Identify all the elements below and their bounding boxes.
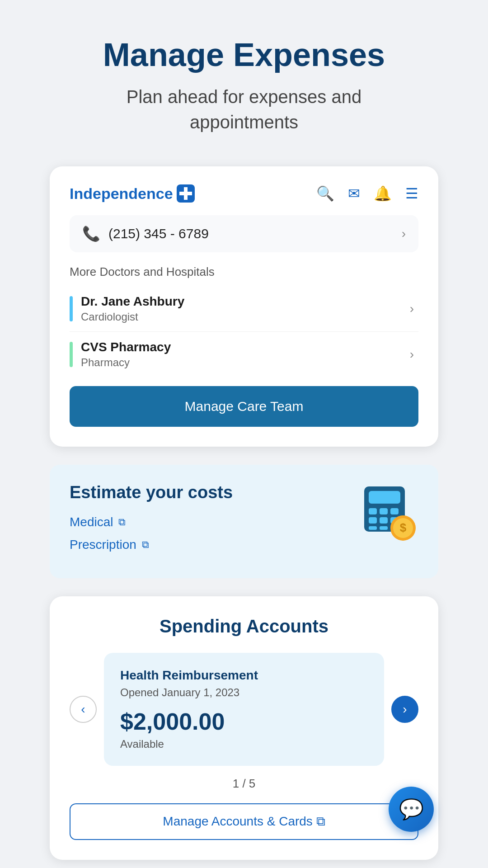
svg-rect-4 <box>369 491 400 504</box>
pagination: 1 / 5 <box>70 777 418 791</box>
svg-text:$: $ <box>400 521 407 534</box>
svg-rect-12 <box>380 526 388 530</box>
bell-icon[interactable]: 🔔 <box>374 185 392 202</box>
svg-rect-2 <box>179 192 192 195</box>
account-opened: Opened January 1, 2023 <box>120 686 368 699</box>
estimate-title: Estimate your costs <box>70 483 351 502</box>
section-label: More Doctors and Hospitals <box>70 265 418 279</box>
pharmacy-specialty: Pharmacy <box>81 356 171 369</box>
search-icon[interactable]: 🔍 <box>316 185 334 202</box>
pharmacy-name: CVS Pharmacy <box>81 340 171 354</box>
svg-rect-6 <box>380 508 388 514</box>
doctor-chevron-icon: › <box>410 302 414 316</box>
manage-accounts-label: Manage Accounts & Cards ⧉ <box>163 814 325 828</box>
medical-label: Medical <box>70 515 113 529</box>
manage-care-team-button[interactable]: Manage Care Team <box>70 386 418 427</box>
doctor-item[interactable]: Dr. Jane Ashbury Cardiologist › <box>70 286 418 332</box>
carousel-next-button[interactable]: › <box>391 696 418 723</box>
account-balance: $2,000.00 <box>120 708 368 735</box>
pharmacy-item[interactable]: CVS Pharmacy Pharmacy › <box>70 332 418 377</box>
chat-fab[interactable]: 💬 <box>389 787 434 832</box>
page-title: Manage Expenses <box>103 36 385 73</box>
svg-rect-11 <box>369 526 377 530</box>
prescription-label: Prescription <box>70 538 136 552</box>
phone-number: (215) 345 - 6789 <box>108 226 209 241</box>
svg-rect-8 <box>369 517 377 524</box>
spending-accounts-section: Spending Accounts ‹ Health Reimbursement… <box>50 596 438 860</box>
account-card: Health Reimbursement Opened January 1, 2… <box>104 653 384 766</box>
app-logo: Independence <box>70 184 195 203</box>
mail-icon[interactable]: ✉ <box>348 185 360 202</box>
account-name: Health Reimbursement <box>120 668 368 683</box>
header-icons: 🔍 ✉ 🔔 ☰ <box>316 185 418 202</box>
ibx-cross-icon <box>177 184 195 203</box>
doctor-specialty: Cardiologist <box>81 311 184 323</box>
doctor-name: Dr. Jane Ashbury <box>81 294 184 309</box>
phone-icon: 📞 <box>82 225 100 242</box>
account-available: Available <box>120 738 368 750</box>
carousel-prev-button[interactable]: ‹ <box>70 696 97 723</box>
phone-row[interactable]: 📞 (215) 345 - 6789 › <box>70 215 418 252</box>
calculator-icon: $ <box>360 483 418 542</box>
medical-ext-icon: ⧉ <box>118 516 126 528</box>
svg-rect-5 <box>369 508 377 514</box>
svg-rect-9 <box>380 517 388 524</box>
chat-icon: 💬 <box>399 797 424 821</box>
spending-title: Spending Accounts <box>70 616 418 637</box>
menu-icon[interactable]: ☰ <box>405 185 418 202</box>
app-header: Independence 🔍 ✉ 🔔 ☰ <box>70 184 418 203</box>
phone-chevron-icon: › <box>402 226 406 241</box>
page-subtitle: Plan ahead for expenses and appointments <box>86 84 402 135</box>
accent-bar-blue <box>70 296 73 321</box>
medical-link[interactable]: Medical ⧉ <box>70 515 351 529</box>
pharmacy-chevron-icon: › <box>410 347 414 362</box>
accent-bar-green <box>70 342 73 367</box>
estimate-costs-card: Estimate your costs Medical ⧉ Prescripti… <box>50 465 438 578</box>
svg-rect-7 <box>390 508 399 514</box>
prescription-link[interactable]: Prescription ⧉ <box>70 538 351 552</box>
manage-accounts-button[interactable]: Manage Accounts & Cards ⧉ <box>70 803 418 840</box>
prescription-ext-icon: ⧉ <box>142 539 149 551</box>
carousel-row: ‹ Health Reimbursement Opened January 1,… <box>70 653 418 766</box>
care-team-card: Independence 🔍 ✉ 🔔 ☰ 📞 (215) 345 - 6789 … <box>50 166 438 447</box>
logo-text: Independence <box>70 185 173 203</box>
